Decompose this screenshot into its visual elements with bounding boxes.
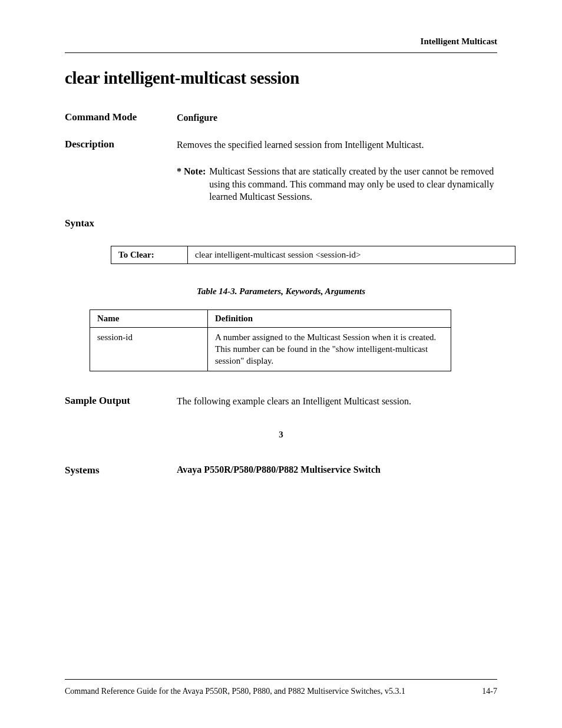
description-text: Removes the specified learned session fr… <box>177 139 497 151</box>
sample-output-row: Sample Output The following example clea… <box>65 395 497 408</box>
params-table: Name Definition session-id A number assi… <box>90 309 451 371</box>
header-rule <box>65 52 497 53</box>
params-header-row: Name Definition <box>90 309 451 327</box>
sample-output-text: The following example clears an Intellig… <box>177 395 497 408</box>
footer: Command Reference Guide for the Avaya P5… <box>65 679 497 696</box>
params-header-definition: Definition <box>208 309 451 327</box>
syntax-row: To Clear: clear intelligent-multicast se… <box>111 246 515 263</box>
footer-page: 14-7 <box>482 687 497 696</box>
page-title: clear intelligent-multicast session <box>65 68 497 88</box>
systems-row: Systems Avaya P550R/P580/P880/P882 Multi… <box>65 465 497 476</box>
syntax-label: Syntax <box>65 218 497 229</box>
header-section: Intelligent Multicast <box>65 37 497 47</box>
footer-guide: Command Reference Guide for the Avaya P5… <box>65 687 405 696</box>
param-name: session-id <box>90 327 208 371</box>
description-content: Removes the specified learned session fr… <box>177 139 497 203</box>
sample-number: 3 <box>65 430 497 440</box>
systems-value: Avaya P550R/P580/P880/P882 Multiservice … <box>177 465 381 476</box>
systems-label: Systems <box>65 465 177 476</box>
description-label: Description <box>65 139 177 203</box>
syntax-action: To Clear: <box>111 246 188 263</box>
note-block: * Note: Multicast Sessions that are stat… <box>177 165 497 203</box>
command-mode-row: Command Mode Configure <box>65 111 497 124</box>
sample-output-label: Sample Output <box>65 395 177 408</box>
table-caption: Table 14-3. Parameters, Keywords, Argume… <box>65 286 497 297</box>
command-mode-label: Command Mode <box>65 111 177 124</box>
footer-rule <box>65 679 497 680</box>
syntax-command: clear intelligent-multicast session <ses… <box>188 246 515 263</box>
footer-content: Command Reference Guide for the Avaya P5… <box>65 687 497 696</box>
description-row: Description Removes the specified learne… <box>65 139 497 203</box>
note-label: * Note: <box>177 165 206 203</box>
table-row: session-id A number assigned to the Mult… <box>90 327 451 371</box>
note-text: Multicast Sessions that are statically c… <box>209 165 497 203</box>
param-definition: A number assigned to the Multicast Sessi… <box>208 327 451 371</box>
syntax-table: To Clear: clear intelligent-multicast se… <box>111 246 515 264</box>
command-mode-value: Configure <box>177 111 497 124</box>
params-header-name: Name <box>90 309 208 327</box>
